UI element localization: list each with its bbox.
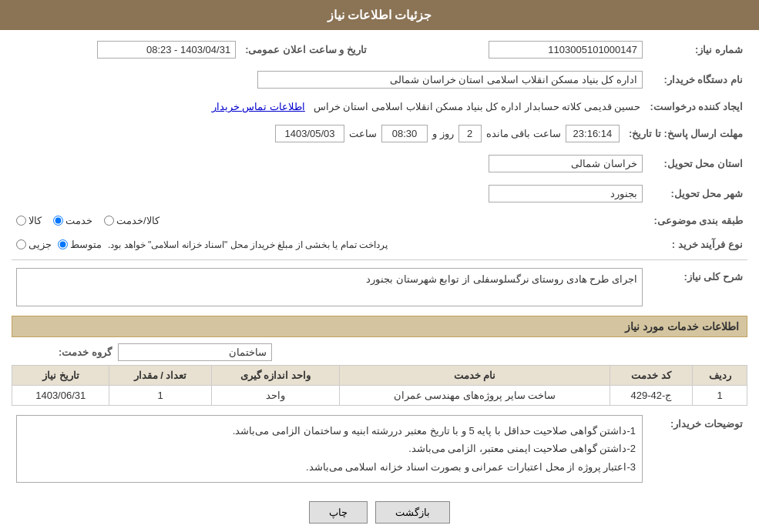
process-medium-radio[interactable] <box>58 239 68 249</box>
category-label: طبقه بندی موضوعی: <box>647 212 747 229</box>
page-title: جزئیات اطلاعات نیاز <box>327 8 432 22</box>
process-minor-label: جزیی <box>29 239 52 250</box>
category-service[interactable]: خدمت <box>53 215 92 226</box>
need-number-value: 1103005101000147 <box>489 41 643 59</box>
creator-contact-link[interactable]: اطلاعات تماس خریدار <box>212 101 305 112</box>
date-value: 1403/04/31 - 08:23 <box>97 41 236 59</box>
table-row: 1 ج-42-429 ساخت سایر پروژه‌های مهندسی عم… <box>12 386 747 406</box>
category-goods[interactable]: کالا <box>16 215 42 226</box>
content-area: شماره نیاز: 1103005101000147 تاریخ و ساع… <box>0 30 759 532</box>
response-deadline-label: مهلت ارسال پاسخ: تا تاریخ: <box>624 122 747 146</box>
services-table: ردیف کد خدمت نام خدمت واحد اندازه گیری ت… <box>12 365 747 406</box>
group-label: گروه خدمت: <box>12 346 112 358</box>
row-number: 1 <box>693 386 747 406</box>
group-value: ساختمان <box>118 343 272 361</box>
notes-line-3: 3-اعتبار پروژه از محل اعتبارات عمرانی و … <box>23 458 636 476</box>
info-table-category: طبقه بندی موضوعی: کالا/خدمت خدمت کالا <box>12 212 747 229</box>
notes-label: توضیحات خریدار: <box>647 412 747 486</box>
info-table-notes: توضیحات خریدار: 1-داشتن گواهی صلاحیت حدا… <box>12 412 747 486</box>
row-qty: 1 <box>109 386 211 406</box>
col-qty: تعداد / مقدار <box>109 366 211 386</box>
need-number-label: شماره نیاز: <box>647 38 747 62</box>
row-name: ساخت سایر پروژه‌های مهندسی عمران <box>340 386 610 406</box>
notes-line-1: 1-داشتن گواهی صلاحیت حداقل با پایه 5 و ب… <box>23 422 636 440</box>
process-minor-radio[interactable] <box>16 239 26 249</box>
process-medium-label: متوسط <box>70 239 102 250</box>
info-table-province: استان محل تحویل: خراسان شمالی <box>12 152 747 176</box>
divider1 <box>12 259 747 260</box>
process-label: نوع فرآیند خرید : <box>647 236 747 253</box>
need-description-value: اجرای طرح هادی روستای نرگسلوسفلی از تواب… <box>366 273 637 285</box>
col-date: تاریخ نیاز <box>12 366 109 386</box>
services-section-title: اطلاعات خدمات مورد نیاز <box>12 316 747 337</box>
time-value: 08:30 <box>381 125 428 142</box>
info-table-deadline: مهلت ارسال پاسخ: تا تاریخ: 23:16:14 ساعت… <box>12 122 747 146</box>
col-code: کد خدمت <box>610 366 693 386</box>
category-goods-service-radio[interactable] <box>104 216 114 226</box>
category-service-radio[interactable] <box>53 216 63 226</box>
process-row: پرداخت تمام یا بخشی از مبلغ خریداز محل "… <box>16 239 643 250</box>
creator-value: حسین قدیمی کلاته حسابدار اداره کل بنیاد … <box>314 101 641 112</box>
category-goods-label: کالا <box>29 215 42 226</box>
buyer-org-label: نام دستگاه خریدار: <box>647 68 747 92</box>
process-medium[interactable]: متوسط <box>58 239 102 250</box>
date-label: تاریخ و ساعت اعلان عمومی: <box>240 38 371 62</box>
col-unit: واحد اندازه گیری <box>211 366 340 386</box>
process-minor[interactable]: جزیی <box>16 239 52 250</box>
col-row: ردیف <box>693 366 747 386</box>
remaining-label: ساعت باقی مانده <box>486 128 561 139</box>
category-service-label: خدمت <box>65 215 92 226</box>
creator-label: ایجاد کننده درخواست: <box>645 98 747 115</box>
city-label: شهر محل تحویل: <box>647 182 747 206</box>
buyer-org-value: اداره کل بنیاد مسکن انقلاب اسلامی استان … <box>257 71 643 89</box>
province-label: استان محل تحویل: <box>647 152 747 176</box>
info-table-need-desc: شرح کلی نیاز: اجرای طرح هادی روستای نرگس… <box>12 265 747 309</box>
time-label: ساعت <box>349 128 377 139</box>
page-header: جزئیات اطلاعات نیاز <box>0 0 759 30</box>
info-table-city: شهر محل تحویل: بجنورد <box>12 182 747 206</box>
info-table-top: شماره نیاز: 1103005101000147 تاریخ و ساع… <box>12 38 747 62</box>
print-button[interactable]: چاپ <box>309 501 368 524</box>
row-date: 1403/06/31 <box>12 386 109 406</box>
page-wrapper: جزئیات اطلاعات نیاز شماره نیاز: 11030051… <box>0 0 759 532</box>
province-value: خراسان شمالی <box>489 155 643 172</box>
back-button[interactable]: بازگشت <box>375 501 450 524</box>
info-table-buyer: نام دستگاه خریدار: اداره کل بنیاد مسکن ا… <box>12 68 747 92</box>
row-unit: واحد <box>211 386 340 406</box>
need-desc-label: شرح کلی نیاز: <box>647 265 747 309</box>
info-table-process: نوع فرآیند خرید : پرداخت تمام یا بخشی از… <box>12 236 747 253</box>
group-row: ساختمان گروه خدمت: <box>12 343 747 361</box>
category-goods-radio[interactable] <box>16 216 26 226</box>
days-value: 2 <box>458 125 482 142</box>
remaining-time: 23:16:14 <box>566 125 620 142</box>
category-radio-group: کالا/خدمت خدمت کالا <box>16 215 643 226</box>
need-description-box: اجرای طرح هادی روستای نرگسلوسفلی از تواب… <box>16 268 643 306</box>
deadline-row: 23:16:14 ساعت باقی مانده 2 روز و 08:30 س… <box>16 125 620 142</box>
notes-box: 1-داشتن گواهی صلاحیت حداقل با پایه 5 و ب… <box>16 415 643 483</box>
notes-line-2: 2-داشتن گواهی صلاحیت ایمنی معتبر، الزامی… <box>23 440 636 457</box>
row-code: ج-42-429 <box>610 386 693 406</box>
info-table-creator: ایجاد کننده درخواست: حسین قدیمی کلاته حس… <box>12 98 747 115</box>
city-value: بجنورد <box>489 185 643 202</box>
day-label: روز و <box>432 128 454 139</box>
date-value-deadline: 1403/05/03 <box>275 125 344 142</box>
footer-buttons: بازگشت چاپ <box>12 492 747 532</box>
col-name: نام خدمت <box>340 366 610 386</box>
category-goods-service-label: کالا/خدمت <box>116 215 160 226</box>
process-description: پرداخت تمام یا بخشی از مبلغ خریداز محل "… <box>108 239 388 250</box>
category-goods-service[interactable]: کالا/خدمت <box>104 215 160 226</box>
